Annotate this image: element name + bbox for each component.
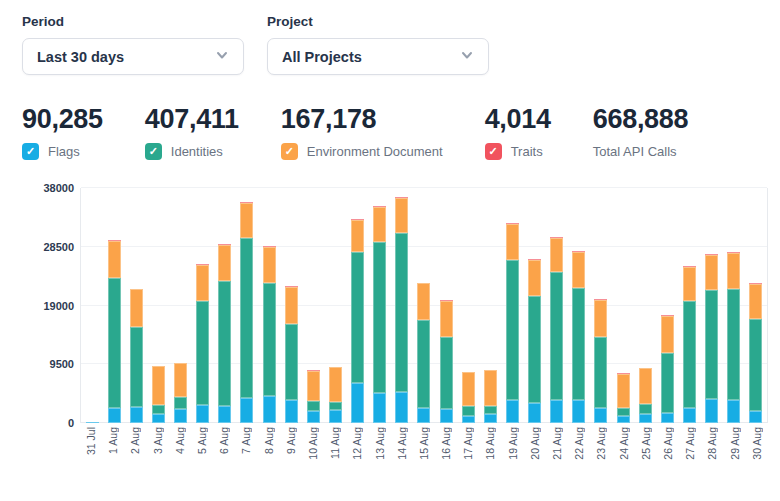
bar-segment-identities[interactable] xyxy=(484,406,497,415)
checkbox-traits[interactable]: ✓ xyxy=(485,143,502,160)
bar-segment-identities[interactable] xyxy=(130,327,143,407)
bar-column-8-aug[interactable] xyxy=(258,188,280,423)
bar-segment-identities[interactable] xyxy=(506,260,519,400)
bar-column-7-aug[interactable] xyxy=(236,188,258,423)
bar-column-18-aug[interactable] xyxy=(479,188,501,423)
bar-segment-identities[interactable] xyxy=(550,272,563,400)
bar-segment-identities[interactable] xyxy=(395,233,408,392)
bar-segment-environment-document[interactable] xyxy=(196,265,209,301)
bar-column-23-aug[interactable] xyxy=(590,188,612,423)
bar-segment-flags[interactable] xyxy=(594,408,607,423)
bar-segment-flags[interactable] xyxy=(240,398,253,423)
bar-segment-identities[interactable] xyxy=(329,402,342,410)
bar-column-15-aug[interactable] xyxy=(413,188,435,423)
bar-segment-identities[interactable] xyxy=(661,353,674,413)
bar-segment-identities[interactable] xyxy=(705,290,718,399)
bar-segment-flags[interactable] xyxy=(152,414,165,423)
bar-column-12-aug[interactable] xyxy=(347,188,369,423)
bar-segment-environment-document[interactable] xyxy=(484,370,497,405)
checkbox-environment-document[interactable]: ✓ xyxy=(281,143,298,160)
checkbox-identities[interactable]: ✓ xyxy=(145,143,162,160)
bar-segment-environment-document[interactable] xyxy=(152,366,165,404)
bar-segment-environment-document[interactable] xyxy=(572,252,585,288)
bar-column-20-aug[interactable] xyxy=(524,188,546,423)
bar-column-21-aug[interactable] xyxy=(546,188,568,423)
bar-segment-environment-document[interactable] xyxy=(506,224,519,260)
bar-segment-environment-document[interactable] xyxy=(285,287,298,323)
bar-segment-environment-document[interactable] xyxy=(749,284,762,319)
bar-segment-flags[interactable] xyxy=(462,416,475,423)
bar-segment-flags[interactable] xyxy=(683,408,696,423)
bar-segment-identities[interactable] xyxy=(263,283,276,396)
bar-segment-flags[interactable] xyxy=(196,405,209,424)
bar-column-9-aug[interactable] xyxy=(280,188,302,423)
bar-segment-environment-document[interactable] xyxy=(440,301,453,337)
bar-segment-identities[interactable] xyxy=(218,281,231,405)
bar-column-24-aug[interactable] xyxy=(612,188,634,423)
bar-segment-identities[interactable] xyxy=(240,238,253,398)
bar-segment-identities[interactable] xyxy=(749,319,762,412)
bar-segment-environment-document[interactable] xyxy=(218,245,231,281)
bar-segment-flags[interactable] xyxy=(395,392,408,424)
bar-segment-environment-document[interactable] xyxy=(417,283,430,319)
bar-segment-flags[interactable] xyxy=(550,400,563,423)
period-dropdown[interactable]: Last 30 days xyxy=(22,38,244,75)
bar-segment-environment-document[interactable] xyxy=(240,203,253,238)
bar-segment-identities[interactable] xyxy=(727,289,740,400)
bar-segment-flags[interactable] xyxy=(174,409,187,423)
bar-segment-environment-document[interactable] xyxy=(528,260,541,296)
bar-segment-identities[interactable] xyxy=(108,278,121,408)
bar-segment-identities[interactable] xyxy=(285,324,298,401)
bar-segment-environment-document[interactable] xyxy=(307,371,320,402)
bar-segment-flags[interactable] xyxy=(440,409,453,423)
bar-segment-flags[interactable] xyxy=(727,400,740,423)
bar-column-1-aug[interactable] xyxy=(103,188,125,423)
bar-column-28-aug[interactable] xyxy=(701,188,723,423)
bar-segment-environment-document[interactable] xyxy=(462,372,475,406)
bar-segment-environment-document[interactable] xyxy=(617,374,630,409)
bar-column-31-jul[interactable] xyxy=(81,188,103,423)
bar-segment-flags[interactable] xyxy=(661,413,674,424)
bar-column-26-aug[interactable] xyxy=(656,188,678,423)
bar-column-5-aug[interactable] xyxy=(192,188,214,423)
bar-segment-environment-document[interactable] xyxy=(661,316,674,352)
bar-segment-identities[interactable] xyxy=(196,301,209,405)
bar-column-29-aug[interactable] xyxy=(723,188,745,423)
bar-segment-environment-document[interactable] xyxy=(329,367,342,402)
bar-column-25-aug[interactable] xyxy=(634,188,656,423)
bar-segment-environment-document[interactable] xyxy=(594,300,607,337)
bar-segment-flags[interactable] xyxy=(307,411,320,423)
bar-segment-environment-document[interactable] xyxy=(373,207,386,242)
bar-column-30-aug[interactable] xyxy=(745,188,767,423)
bar-column-19-aug[interactable] xyxy=(501,188,523,423)
bar-segment-environment-document[interactable] xyxy=(130,289,143,327)
project-dropdown[interactable]: All Projects xyxy=(267,38,489,75)
bar-segment-flags[interactable] xyxy=(373,393,386,423)
bar-segment-flags[interactable] xyxy=(572,400,585,423)
bar-segment-flags[interactable] xyxy=(506,400,519,423)
bar-segment-identities[interactable] xyxy=(462,406,475,415)
bar-segment-flags[interactable] xyxy=(263,396,276,423)
bar-segment-identities[interactable] xyxy=(373,242,386,392)
bar-segment-environment-document[interactable] xyxy=(351,220,364,253)
bar-segment-environment-document[interactable] xyxy=(174,363,187,397)
bar-segment-identities[interactable] xyxy=(174,397,187,409)
bar-segment-environment-document[interactable] xyxy=(683,267,696,301)
bar-segment-environment-document[interactable] xyxy=(705,255,718,290)
bar-segment-flags[interactable] xyxy=(639,414,652,423)
bar-segment-flags[interactable] xyxy=(218,406,231,423)
bar-segment-environment-document[interactable] xyxy=(263,247,276,283)
bar-column-16-aug[interactable] xyxy=(435,188,457,423)
bar-segment-identities[interactable] xyxy=(440,337,453,409)
bar-column-6-aug[interactable] xyxy=(214,188,236,423)
bar-column-17-aug[interactable] xyxy=(457,188,479,423)
bar-segment-flags[interactable] xyxy=(130,407,143,423)
bar-column-10-aug[interactable] xyxy=(302,188,324,423)
bar-segment-identities[interactable] xyxy=(572,288,585,400)
bar-segment-flags[interactable] xyxy=(484,414,497,423)
bar-segment-flags[interactable] xyxy=(351,383,364,423)
bar-segment-flags[interactable] xyxy=(528,403,541,423)
bar-segment-flags[interactable] xyxy=(86,422,99,423)
bar-segment-identities[interactable] xyxy=(617,408,630,416)
bar-segment-identities[interactable] xyxy=(417,320,430,408)
